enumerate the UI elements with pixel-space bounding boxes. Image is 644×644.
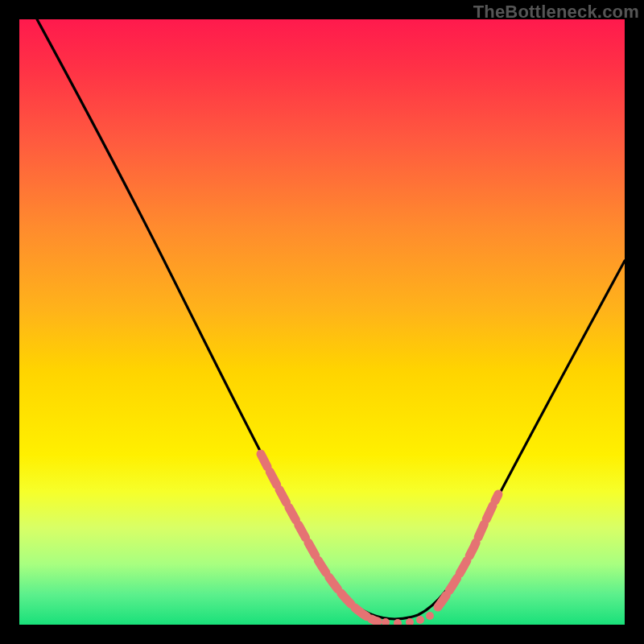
svg-point-3: [416, 616, 424, 624]
curve-layer: [19, 19, 625, 625]
svg-point-4: [426, 612, 434, 620]
plot-area: [19, 19, 625, 625]
bottleneck-curve: [37, 19, 625, 619]
watermark-text: TheBottleneck.com: [473, 2, 639, 23]
chart-frame: TheBottleneck.com: [0, 0, 644, 644]
highlight-left: [261, 454, 378, 621]
highlight-right: [438, 494, 498, 607]
